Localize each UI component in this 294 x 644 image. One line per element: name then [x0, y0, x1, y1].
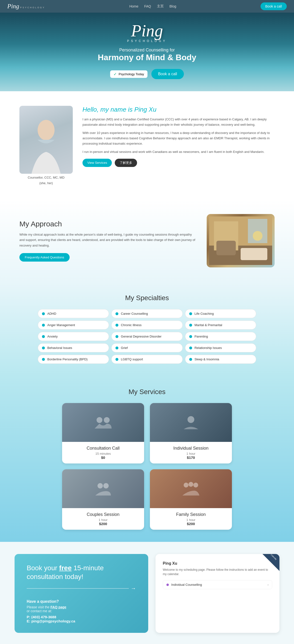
svg-rect-5 [216, 241, 236, 255]
specialty-dot-icon [189, 324, 192, 326]
booking-right-desc: Welcome to my scheduling page. Please fo… [163, 568, 272, 576]
service-card-image [62, 403, 144, 442]
specialty-item: Sleep & Insomnia [185, 355, 256, 364]
service-card-title: Couples Session [66, 512, 140, 517]
service-card-title: Individual Session [154, 446, 228, 451]
services-title: My Services [14, 388, 280, 396]
psychology-today-label: Psychology Today [118, 72, 144, 76]
chevron-right-icon: › [268, 583, 268, 586]
svg-rect-7 [241, 248, 267, 260]
booking-question: Have a question? [27, 599, 136, 604]
specialty-item: Chronic Illness [111, 320, 182, 330]
approach-section: My Approach While my clinical approach l… [0, 200, 294, 282]
booking-dot-icon [166, 584, 169, 586]
svg-point-10 [188, 416, 194, 423]
nav-blog[interactable]: Blog [170, 4, 176, 8]
approach-description: While my clinical approach looks at the … [20, 232, 197, 248]
faq-button[interactable]: Frequently Asked Questions [20, 253, 70, 262]
svg-point-0 [38, 120, 54, 140]
approach-room-image [207, 214, 274, 268]
approach-title: My Approach [20, 220, 197, 228]
svg-point-15 [193, 483, 198, 488]
booking-faq-text: Please visit the FAQ pageor contact me a… [27, 605, 136, 613]
calendly-corner [262, 554, 280, 571]
specialty-item: LGBTQ support [111, 355, 182, 364]
service-card[interactable]: Couples Session 1 hour $200 [62, 469, 144, 530]
specialties-title: My Specialties [14, 294, 280, 302]
learn-more-button[interactable]: 了解更多 [115, 159, 137, 167]
service-card-price: $0 [66, 456, 140, 460]
booking-arrow-icon: → [131, 585, 136, 592]
specialty-item: Career Counselling [111, 309, 182, 318]
specialty-dot-icon [42, 346, 45, 350]
about-title: Hello, my name is Ping Xu [82, 106, 274, 113]
service-card-duration: 1 hour [66, 518, 140, 522]
about-bio-3: I run in-person and virtual sessions and… [82, 149, 274, 154]
service-card-duration: 15 minutes [66, 452, 140, 456]
nav-logo: Ping PSYCHOLOGY [7, 3, 45, 10]
svg-point-12 [103, 483, 109, 488]
service-card[interactable]: Individual Session 1 hour $170 [150, 403, 232, 464]
service-icon [181, 415, 200, 430]
individual-counselling-item[interactable]: Individual Counselling › [163, 580, 272, 589]
hero-book-button[interactable]: Book a call [151, 69, 184, 79]
service-card-title: Family Session [154, 512, 228, 517]
counsellor-silhouette [27, 116, 66, 174]
service-card[interactable]: Consultation Call 15 minutes $0 [62, 403, 144, 464]
service-card-price: $200 [66, 522, 140, 526]
specialty-item: Anger Management [38, 320, 109, 330]
service-card-body: Couples Session 1 hour $200 [62, 508, 144, 530]
individual-counselling-label: Individual Counselling [171, 583, 202, 586]
service-card-duration: 1 hour [154, 518, 228, 522]
specialty-item: Behavioral Issues [38, 343, 109, 352]
specialty-item: Marital & Premarital [185, 320, 256, 330]
booking-title: Book your free 15-minuteconsultation tod… [27, 564, 136, 582]
nav-links: Home FAQ 主页 Blog [129, 4, 176, 8]
specialty-item: Parenting [185, 332, 256, 341]
service-icon [94, 482, 113, 496]
specialty-dot-icon [42, 335, 45, 338]
specialty-dot-icon [189, 335, 192, 338]
booking-cta-row: → [27, 585, 136, 592]
hero-title: Harmony of Mind & Body [98, 53, 196, 62]
about-name: Ping Xu [134, 106, 156, 113]
view-services-button[interactable]: View Services [82, 159, 112, 167]
hero-logo: Ping [131, 22, 163, 39]
specialty-item: Borderline Personality (BPD) [38, 355, 109, 364]
services-section: My Services Consultation Call 15 minutes… [0, 376, 294, 542]
service-card-body: Family Session 1 hour $200 [150, 508, 232, 530]
booking-right-name: Ping Xu [163, 561, 272, 566]
about-pronoun: (she, her) [20, 181, 73, 185]
specialty-item: Anxiety [38, 332, 109, 341]
about-bio-1: I am a physician (MD) and a Canadian Cer… [82, 117, 274, 128]
specialty-dot-icon [42, 324, 45, 326]
service-card-image [150, 403, 232, 442]
svg-point-14 [188, 482, 193, 487]
service-icon [181, 482, 200, 496]
service-card-title: Consultation Call [66, 446, 140, 451]
booking-section: Book your free 15-minuteconsultation tod… [0, 542, 294, 644]
specialty-item: Grief [111, 343, 182, 352]
specialties-grid: ADHDCareer CounsellingLife CoachingAnger… [38, 309, 256, 364]
hero-actions: ✓ Psychology Today Book a call [110, 69, 184, 79]
booking-phone: P: (403) 479-3688 [27, 615, 136, 619]
about-left: Counsellor, CCC, MC, MD (she, her) [20, 106, 73, 185]
faq-link[interactable]: FAQ page [50, 605, 66, 609]
service-icon [94, 415, 113, 430]
service-card[interactable]: Family Session 1 hour $200 [150, 469, 232, 530]
services-grid: Consultation Call 15 minutes $0 Individu… [62, 403, 232, 530]
about-bio-2: With over 10 years experience in working… [82, 130, 274, 146]
service-card-body: Individual Session 1 hour $170 [150, 442, 232, 464]
nav-home[interactable]: Home [129, 4, 138, 8]
booking-divider [27, 588, 129, 589]
nav-book-button[interactable]: Book a call [260, 2, 287, 10]
specialty-dot-icon [42, 358, 45, 361]
nav-faq[interactable]: FAQ [144, 4, 151, 8]
about-photo [20, 106, 73, 174]
room-illustration [209, 216, 272, 265]
about-caption: Counsellor, CCC, MC, MD [20, 176, 73, 179]
specialty-dot-icon [116, 335, 118, 338]
about-content: Hello, my name is Ping Xu I am a physici… [82, 106, 274, 167]
nav-chinese[interactable]: 主页 [157, 4, 164, 8]
svg-point-13 [184, 483, 188, 488]
